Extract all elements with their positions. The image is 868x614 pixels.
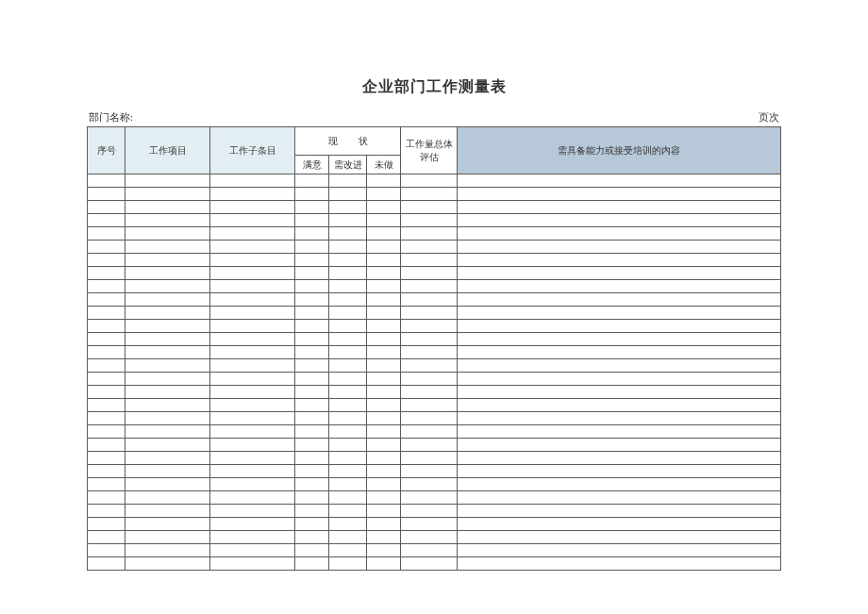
table-cell	[329, 280, 367, 293]
table-cell	[88, 452, 125, 465]
col-header-sub: 工作子条目	[210, 127, 295, 174]
table-cell	[367, 412, 401, 425]
table-cell	[329, 386, 367, 399]
table-cell	[88, 267, 125, 280]
table-row	[88, 333, 781, 346]
table-cell	[125, 254, 210, 267]
table-cell	[401, 254, 458, 267]
table-cell	[458, 373, 781, 386]
table-cell	[88, 425, 125, 439]
table-cell	[367, 544, 401, 557]
table-cell	[210, 505, 295, 518]
table-cell	[458, 280, 781, 293]
table-cell	[401, 307, 458, 320]
table-cell	[88, 254, 125, 267]
table-cell	[210, 544, 295, 557]
table-row	[88, 505, 781, 518]
table-cell	[210, 478, 295, 491]
table-cell	[367, 359, 401, 373]
table-row	[88, 412, 781, 425]
table-cell	[329, 373, 367, 386]
table-cell	[329, 333, 367, 346]
table-cell	[88, 174, 125, 188]
table-cell	[210, 293, 295, 307]
table-cell	[295, 544, 329, 557]
table-cell	[125, 359, 210, 373]
table-cell	[329, 267, 367, 280]
table-cell	[401, 201, 458, 214]
table-cell	[329, 188, 367, 201]
table-cell	[88, 557, 125, 571]
table-cell	[88, 544, 125, 557]
table-cell	[295, 346, 329, 359]
table-cell	[367, 254, 401, 267]
table-row	[88, 452, 781, 465]
table-row	[88, 254, 781, 267]
table-cell	[458, 267, 781, 280]
table-cell	[88, 505, 125, 518]
table-cell	[125, 241, 210, 254]
table-cell	[401, 227, 458, 241]
table-cell	[367, 333, 401, 346]
table-cell	[367, 491, 401, 505]
table-cell	[295, 254, 329, 267]
table-cell	[329, 439, 367, 452]
table-cell	[295, 227, 329, 241]
table-cell	[329, 254, 367, 267]
table-row	[88, 201, 781, 214]
table-cell	[88, 188, 125, 201]
table-cell	[401, 557, 458, 571]
table-cell	[367, 280, 401, 293]
table-cell	[210, 373, 295, 386]
table-cell	[401, 544, 458, 557]
table-cell	[295, 478, 329, 491]
table-cell	[401, 399, 458, 412]
table-cell	[125, 491, 210, 505]
col-header-status-ok: 满意	[295, 156, 329, 174]
table-cell	[458, 174, 781, 188]
dept-label: 部门名称:	[89, 110, 133, 124]
table-cell	[367, 227, 401, 241]
table-cell	[367, 439, 401, 452]
table-cell	[458, 544, 781, 557]
table-cell	[458, 557, 781, 571]
table-cell	[88, 241, 125, 254]
table-row	[88, 320, 781, 333]
table-cell	[367, 267, 401, 280]
table-cell	[295, 241, 329, 254]
table-cell	[210, 241, 295, 254]
table-cell	[458, 227, 781, 241]
table-cell	[367, 214, 401, 227]
table-cell	[210, 452, 295, 465]
page-title: 企业部门工作测量表	[87, 77, 781, 97]
table-cell	[367, 320, 401, 333]
table-cell	[401, 280, 458, 293]
table-cell	[210, 518, 295, 531]
table-cell	[329, 531, 367, 544]
table-cell	[295, 399, 329, 412]
table-cell	[88, 399, 125, 412]
table-row	[88, 214, 781, 227]
table-cell	[367, 201, 401, 214]
table-cell	[329, 214, 367, 227]
table-cell	[125, 465, 210, 478]
table-cell	[295, 439, 329, 452]
table-cell	[125, 174, 210, 188]
table-cell	[210, 439, 295, 452]
table-cell	[88, 518, 125, 531]
table-cell	[401, 425, 458, 439]
table-row	[88, 280, 781, 293]
table-cell	[329, 346, 367, 359]
table-cell	[125, 505, 210, 518]
table-cell	[210, 359, 295, 373]
table-cell	[210, 227, 295, 241]
table-cell	[458, 254, 781, 267]
table-cell	[329, 399, 367, 412]
table-cell	[367, 307, 401, 320]
table-cell	[458, 425, 781, 439]
table-cell	[329, 557, 367, 571]
table-cell	[88, 439, 125, 452]
table-cell	[210, 346, 295, 359]
table-cell	[125, 280, 210, 293]
table-row	[88, 557, 781, 571]
